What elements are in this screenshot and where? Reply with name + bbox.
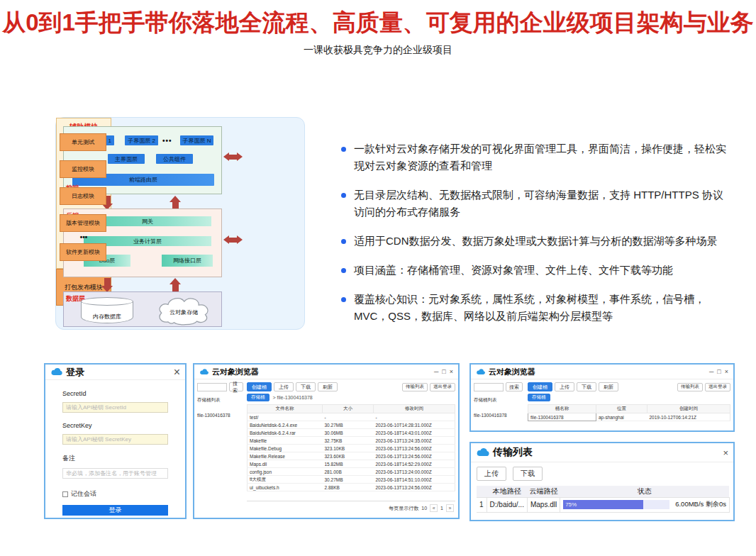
column-header [477,486,487,497]
cloud-icon [199,369,209,375]
remember-label: 记住会话 [71,489,96,499]
secretkey-label: SecretKey [62,422,168,429]
buckets-main-area: 创建桶 上传 下载 刷新 传输列表 退出登录 存储桶 桶名称 位置 创建时间 [526,379,733,430]
local-path-cell: D:/baidu/... [487,497,527,512]
remember-session-row: 记住会话 [62,489,168,499]
pagination: 每页显示行数 10 « 1 » [247,501,455,515]
files-titlebar: 云对象浏览器 ─ □ × [194,365,458,379]
transfer-titlebar: 传输列表 × [471,443,733,462]
column-header[interactable]: 位置 [596,405,647,413]
column-header[interactable]: 文件名称 [248,405,323,413]
search-input[interactable] [474,383,504,391]
download-button[interactable]: 下载 [577,382,596,391]
search-input[interactable] [197,383,227,391]
feature-text: 项目涵盖：存储桶管理、资源对象管理、文件上传、文件下载等功能 [354,262,673,279]
next-page-button[interactable]: » [446,504,454,512]
close-icon[interactable]: × [450,368,453,375]
login-titlebar: 登录 × [45,365,185,380]
aux-modules-panel: 辅助模块 单元测试 监控模块 日志模块 版本管理模块 ••• 软件更新模块 [56,118,111,269]
bucket-sidebar: 搜索 存储桶列表 file-1300416378 [194,379,245,518]
column-header[interactable]: 创建时间 [647,405,730,413]
sidebar-item-bucket[interactable]: file-1300416378 [197,413,243,418]
upload-button[interactable]: 上传 [274,382,294,391]
progress-bar: 75% [563,500,669,509]
bucket-root-button[interactable]: 存储桶 [528,394,550,401]
row-index: 1 [477,497,487,512]
table-row[interactable]: BaiduNetdisk-6.2.4.exe30.27MB2023-06-10T… [248,421,455,429]
search-button[interactable]: 搜索 [229,382,243,391]
cloud-icon [476,369,486,375]
table-row[interactable]: Makefile.Release323.60KB2023-06-13T13:24… [248,452,455,460]
transfer-main-area: 上传 下载 本地路径 云端路径 状态 1 D:/baidu/... Maps.d… [471,462,733,513]
note-field[interactable] [62,468,168,479]
refresh-button[interactable]: 刷新 [318,382,338,391]
window-title: 传输列表 [493,446,533,459]
table-row[interactable]: 1 D:/baidu/... Maps.dll 75% 6.00MB/s 剩余0… [477,497,729,512]
close-icon[interactable]: × [725,368,728,375]
cloud-icon [50,368,63,376]
breadcrumb: 存储桶 [528,394,730,401]
download-button[interactable]: 下载 [296,382,316,391]
login-button[interactable]: 登录 [62,505,168,516]
list-item: 项目涵盖：存储桶管理、资源对象管理、文件上传、文件下载等功能 [340,262,732,279]
current-page: 1 [440,506,443,511]
table-row[interactable]: Makefile.Debug323.10KB2023-06-13T13:24:5… [248,445,455,452]
bullet-icon [341,239,346,244]
table-row[interactable]: test/-- [248,413,455,421]
sidebar-item-bucket[interactable]: file-1300416378 [474,413,524,418]
transfer-list-button[interactable]: 传输列表 [402,383,428,391]
upload-button[interactable]: 上传 [555,382,574,391]
column-header[interactable]: 大小 [323,405,374,413]
column-header[interactable]: 云端路径 [527,486,560,497]
logout-button[interactable]: 退出登录 [705,383,730,391]
refresh-button[interactable]: 刷新 [599,382,618,391]
column-header[interactable]: 本地路径 [487,486,527,497]
table-row[interactable]: BaiduNetdisk-6.2.4.rar30.06MB2023-06-18T… [248,429,455,437]
remember-checkbox[interactable] [62,491,68,497]
table-row[interactable]: ui_uibuckets.h2.88KB2023-06-13T13:24:56.… [248,484,455,491]
transfer-list-window: 传输列表 × 上传 下载 本地路径 云端路径 状态 1 D:/baidu/...… [469,442,735,521]
files-toolbar: 创建桶 上传 下载 刷新 传输列表 退出登录 [247,382,455,391]
maximize-icon[interactable]: □ [717,368,721,375]
secretkey-field[interactable] [62,434,168,445]
cloud-icon [476,448,490,457]
minimize-icon[interactable]: ─ [434,368,438,375]
window-title: 登录 [66,366,84,379]
logout-button[interactable]: 退出登录 [430,383,455,391]
common-components: 公共组件 [156,154,193,164]
close-icon[interactable]: × [174,366,180,379]
maximize-icon[interactable]: □ [442,368,445,375]
cloud-storage-label: 云对象存储 [153,308,214,316]
status-cell: 75% 6.00MB/s 剩余0s [560,497,730,512]
files-table: 文件名称 大小 修改时间 test/-- BaiduNetdisk-6.2.4.… [247,404,455,491]
bullet-icon [341,147,346,152]
minimize-icon[interactable]: ─ [709,368,713,375]
transfer-list-button[interactable]: 传输列表 [677,383,703,391]
create-bucket-button[interactable]: 创建桶 [247,382,272,391]
upload-tab-button[interactable]: 上传 [477,467,506,481]
prev-page-button[interactable]: « [430,504,438,512]
feature-text: 一款针对云对象存储开发的可视化界面管理工具，界面简洁，操作便捷，轻松实现对云对象… [354,140,732,174]
page-size-value[interactable]: 10 [421,506,427,511]
data-layer-section: 数据层 内存数据库 云对象存储 [63,291,222,327]
secretid-field[interactable] [62,402,168,413]
column-header[interactable]: 状态 [560,486,730,497]
buckets-table: 桶名称 位置 创建时间 file-1300416378 ap-shanghai … [528,404,730,421]
bucket-root-button[interactable]: 存储桶 [247,394,269,401]
table-row[interactable]: tt大模度30.27MB2023-06-18T14:51:10.000Z [248,476,455,484]
table-row[interactable]: config.json281.00B2023-06-13T13:24:00.00… [248,468,455,476]
create-bucket-button[interactable]: 创建桶 [528,382,552,391]
table-row[interactable]: file-1300416378 ap-shanghai 2019-10-12T0… [528,413,730,421]
table-row[interactable]: Makefile32.75KB2023-06-13T13:24:35.000Z [248,437,455,445]
column-header[interactable]: 桶名称 [528,405,596,413]
breadcrumb: 存储桶 > file-1300416378 [247,394,455,401]
download-tab-button[interactable]: 下载 [513,467,543,481]
progress-percent-label: 75% [563,501,577,508]
page-subtitle: 一课收获极具竞争力的企业级项目 [0,44,756,57]
close-icon[interactable]: × [723,447,728,458]
list-item: 覆盖核心知识：元对象系统，属性系统，对象树模型，事件系统，信号槽，MVC，QSS… [340,291,732,325]
object-browser-files-window: 云对象浏览器 ─ □ × 搜索 存储桶列表 file-1300416378 创建… [193,363,460,519]
search-button[interactable]: 搜索 [506,382,523,391]
table-row[interactable]: Maps.dll15.82MB2023-06-18T14:52:29.000Z [248,460,455,468]
column-header[interactable]: 修改时间 [374,405,455,413]
